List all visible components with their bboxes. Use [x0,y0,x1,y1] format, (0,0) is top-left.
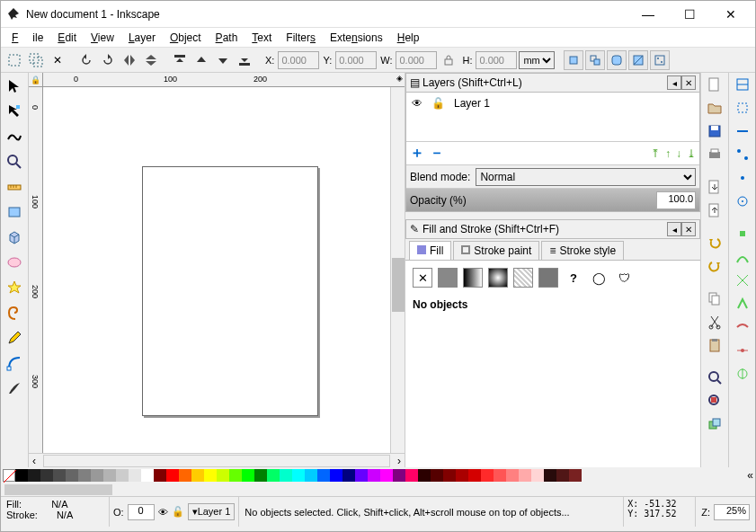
affect-pattern-icon[interactable] [650,50,670,70]
menu-edit[interactable]: Edit [50,30,84,46]
color-swatch[interactable] [166,469,179,482]
visibility-icon[interactable]: 👁 [412,97,422,110]
snap-corner-icon[interactable] [733,145,752,164]
deselect-icon[interactable]: ✕ [48,50,67,70]
snap-path-icon[interactable] [733,247,752,267]
menu-filters[interactable]: Filters [279,30,323,46]
color-swatch[interactable] [15,469,28,482]
layer-up-icon[interactable]: ↑ [665,147,671,160]
color-swatch[interactable] [380,469,393,482]
menu-file[interactable]: File [4,30,50,46]
color-swatch[interactable] [506,469,519,482]
color-swatch[interactable] [267,469,280,482]
color-swatch[interactable] [342,469,355,482]
menu-layer[interactable]: Layer [121,30,163,46]
redo-icon[interactable] [705,256,725,276]
color-swatch[interactable] [569,469,582,482]
color-swatch[interactable] [556,469,569,482]
rotate-ccw-icon[interactable] [76,50,96,70]
no-color-swatch[interactable] [3,469,15,482]
color-swatch[interactable] [468,469,481,482]
paste-icon[interactable] [705,335,725,355]
canvas[interactable] [43,87,390,453]
snap-line-mid-icon[interactable] [733,341,752,360]
unit-select[interactable]: mm [519,51,555,69]
radial-gradient-icon[interactable] [488,268,508,288]
linear-gradient-icon[interactable] [463,268,483,288]
layer-row[interactable]: 👁 🔓 Layer 1 [406,93,699,114]
color-swatch[interactable] [519,469,531,482]
rect-tool-icon[interactable] [3,200,26,224]
color-swatch[interactable] [456,469,468,482]
color-swatch[interactable] [229,469,242,482]
color-swatch[interactable] [405,469,418,482]
snap-center-icon[interactable] [733,191,752,211]
color-swatch[interactable] [154,469,166,482]
tab-stroke-style[interactable]: ≡Stroke style [541,241,624,260]
close-fillstroke-button[interactable]: ✕ [681,222,696,236]
cut-icon[interactable] [705,312,725,332]
opacity-value[interactable]: 100.0 [656,191,696,209]
zoom-drawing-icon[interactable] [705,391,725,411]
no-paint-icon[interactable]: ✕ [413,268,432,288]
color-swatch[interactable] [317,469,330,482]
color-swatch[interactable] [141,469,154,482]
pencil-tool-icon[interactable] [3,326,26,350]
iconify-fillstroke-button[interactable]: ◂ [667,222,681,236]
affect-scale-icon[interactable] [585,50,605,70]
snap-rotation-icon[interactable] [733,364,752,384]
status-visibility-icon[interactable]: 👁 [158,507,168,518]
snap-bbox-icon[interactable] [733,98,752,118]
copy-icon[interactable] [705,288,725,308]
w-input[interactable]: 0.000 [396,51,437,69]
color-swatch[interactable] [544,469,556,482]
palette-menu-icon[interactable]: « [747,469,753,482]
menu-help[interactable]: Help [390,30,427,46]
status-lock-icon[interactable]: 🔓 [172,506,184,518]
zoom-tool-icon[interactable] [3,150,26,173]
color-swatch[interactable] [494,469,506,482]
affect-corners-icon[interactable] [607,50,627,70]
color-swatch[interactable] [129,469,141,482]
open-doc-icon[interactable] [705,98,725,118]
export-icon[interactable] [705,200,725,220]
minimize-button[interactable]: — [627,1,669,28]
color-swatch[interactable] [179,469,191,482]
opacity-row[interactable]: Opacity (%) 100.0 [406,188,699,211]
snap-node-icon[interactable] [733,224,752,244]
tab-stroke-paint[interactable]: Stroke paint [453,241,539,260]
snap-cusp-icon[interactable] [733,294,752,314]
horizontal-scrollbar[interactable]: ‹› [29,453,405,467]
color-swatch[interactable] [191,469,204,482]
snap-enable-icon[interactable] [733,75,752,94]
menu-view[interactable]: View [84,30,121,46]
snap-intersection-icon[interactable] [733,270,752,290]
color-swatch[interactable] [393,469,405,482]
color-swatch[interactable] [355,469,368,482]
duplicate-icon[interactable] [705,414,725,434]
color-swatch[interactable] [66,469,78,482]
node-tool-icon[interactable] [3,100,26,123]
import-icon[interactable] [705,177,725,197]
snap-smooth-icon[interactable] [733,317,752,337]
color-swatch[interactable] [78,469,91,482]
color-swatch[interactable] [531,469,544,482]
maximize-button[interactable]: ☐ [669,1,710,28]
unset-paint-icon[interactable]: ◯ [589,268,609,288]
vertical-scrollbar[interactable] [390,87,405,453]
color-swatch[interactable] [305,469,317,482]
star-tool-icon[interactable] [3,276,26,299]
zoom-input[interactable]: 25% [714,504,750,520]
close-button[interactable]: ✕ [710,1,752,28]
raise-top-icon[interactable] [170,50,190,70]
color-swatch[interactable] [481,469,494,482]
unknown-paint-icon[interactable]: ? [564,268,583,288]
color-swatch[interactable] [204,469,217,482]
calligraphy-tool-icon[interactable] [3,377,26,400]
color-swatch[interactable] [431,469,443,482]
color-swatch[interactable] [217,469,229,482]
color-swatch[interactable] [242,469,254,482]
menu-object[interactable]: Object [163,30,209,46]
color-swatch[interactable] [280,469,292,482]
undo-icon[interactable] [705,233,725,253]
